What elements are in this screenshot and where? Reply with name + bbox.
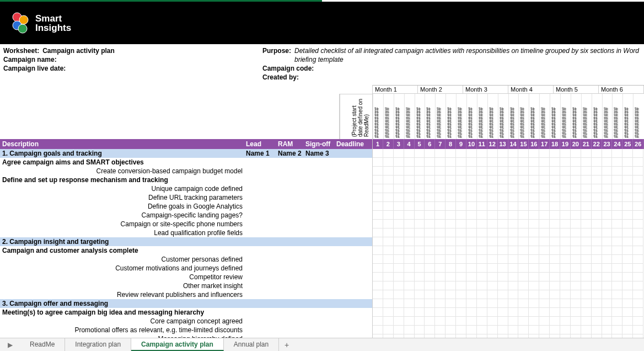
timeline-cell[interactable] [612,264,622,273]
timeline-cell[interactable] [373,176,383,184]
timeline-cell[interactable] [415,255,425,264]
timeline-cell[interactable] [425,193,435,202]
timeline-cell[interactable] [415,176,425,184]
timeline-cell[interactable] [560,237,571,246]
timeline-cell[interactable] [394,308,404,317]
timeline-cell[interactable] [602,184,613,193]
timeline-cell[interactable] [394,326,404,334]
timeline-cell[interactable] [550,317,560,326]
timeline-cell[interactable] [487,299,498,308]
timeline-cell[interactable] [466,202,477,211]
timeline-cell[interactable] [622,149,633,158]
timeline-cell[interactable] [498,220,508,228]
timeline-cell[interactable] [415,237,425,246]
timeline-cell[interactable] [602,167,613,176]
timeline-cell[interactable] [571,326,581,334]
timeline-cell[interactable] [550,193,560,202]
table-row[interactable]: Unique campaign code defined [0,184,372,193]
table-row[interactable]: Meeting(s) to agree campaign big idea an… [0,308,372,317]
timeline-cell[interactable] [487,220,498,228]
timeline-cell[interactable] [425,211,435,220]
timeline-cell[interactable] [487,264,498,273]
timeline-cell[interactable] [571,317,581,326]
timeline-cell[interactable] [581,264,592,273]
table-row[interactable]: Review relevant publishers and influence… [0,290,372,299]
timeline-cell[interactable] [529,264,539,273]
timeline-cell[interactable] [550,281,560,290]
timeline-cell[interactable] [550,273,560,281]
timeline-cell[interactable] [466,246,477,255]
timeline-cell[interactable] [602,237,613,246]
timeline-cell[interactable] [404,237,415,246]
timeline-cell[interactable] [602,290,613,299]
timeline-cell[interactable] [539,255,550,264]
timeline-cell[interactable] [498,308,508,317]
timeline-cell[interactable] [415,290,425,299]
timeline-cell[interactable] [539,237,550,246]
timeline-cell[interactable] [560,281,571,290]
timeline-cell[interactable] [425,317,435,326]
timeline-cell[interactable] [394,167,404,176]
timeline-cell[interactable] [394,211,404,220]
timeline-cell[interactable] [539,290,550,299]
timeline-cell[interactable] [404,255,415,264]
timeline-cell[interactable] [466,290,477,299]
timeline-cell[interactable] [383,228,394,237]
timeline-cell[interactable] [435,299,446,308]
timeline-cell[interactable] [466,220,477,228]
timeline-cell[interactable] [529,326,539,334]
table-row[interactable]: Campaign or site-specific phone numbers [0,220,372,228]
timeline-cell[interactable] [571,308,581,317]
timeline-cell[interactable] [571,211,581,220]
timeline-cell[interactable] [508,264,519,273]
timeline-cell[interactable] [539,211,550,220]
timeline-cell[interactable] [456,246,466,255]
timeline-cell[interactable] [394,290,404,299]
timeline-cell[interactable] [550,228,560,237]
timeline-cell[interactable] [456,158,466,167]
timeline-cell[interactable] [456,167,466,176]
timeline-cell[interactable] [456,176,466,184]
timeline-cell[interactable] [529,158,539,167]
timeline-cell[interactable] [560,255,571,264]
timeline-cell[interactable] [477,184,487,193]
timeline-cell[interactable] [602,228,613,237]
timeline-cell[interactable] [571,299,581,308]
timeline-cell[interactable] [456,308,466,317]
timeline-cell[interactable] [622,211,633,220]
timeline-cell[interactable] [456,149,466,158]
timeline-cell[interactable] [373,326,383,334]
timeline-cell[interactable] [550,220,560,228]
timeline-cell[interactable] [602,273,613,281]
timeline-cell[interactable] [622,255,633,264]
timeline-cell[interactable] [581,193,592,202]
timeline-cell[interactable] [383,176,394,184]
timeline-cell[interactable] [446,246,456,255]
timeline-cell[interactable] [508,220,519,228]
timeline-cell[interactable] [446,220,456,228]
timeline-cell[interactable] [622,176,633,184]
timeline-cell[interactable] [435,158,446,167]
timeline-cell[interactable] [529,246,539,255]
timeline-cell[interactable] [592,228,602,237]
timeline-cell[interactable] [622,290,633,299]
timeline-cell[interactable] [425,220,435,228]
timeline-cell[interactable] [571,149,581,158]
timeline-cell[interactable] [435,176,446,184]
timeline-cell[interactable] [477,317,487,326]
timeline-cell[interactable] [425,176,435,184]
timeline-cell[interactable] [612,228,622,237]
tab-annual[interactable]: Annual plan [224,338,279,351]
timeline-cell[interactable] [425,290,435,299]
timeline-cell[interactable] [518,149,529,158]
timeline-cell[interactable] [560,299,571,308]
timeline-cell[interactable] [518,176,529,184]
timeline-cell[interactable] [612,290,622,299]
timeline-cell[interactable] [633,211,643,220]
timeline-cell[interactable] [602,202,613,211]
timeline-cell[interactable] [560,273,571,281]
timeline-cell[interactable] [383,255,394,264]
timeline-cell[interactable] [633,167,643,176]
timeline-cell[interactable] [592,202,602,211]
timeline-cell[interactable] [539,158,550,167]
